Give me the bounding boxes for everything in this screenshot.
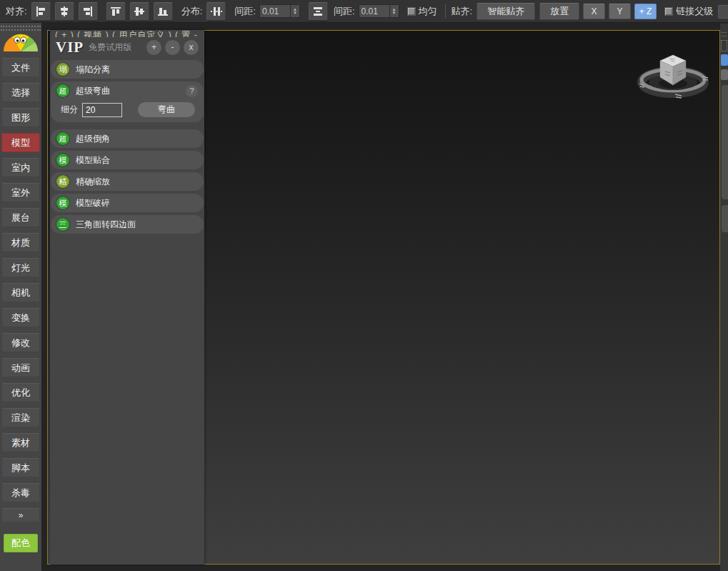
tool-badge: 精 <box>56 175 69 188</box>
spacing2-spinner: ▲▼ <box>359 4 399 18</box>
align-right-icon <box>82 6 94 17</box>
vip-logo: VIP <box>56 39 84 56</box>
smart-snap-button[interactable]: 智能贴齐 <box>477 3 535 20</box>
tool-badge: 模 <box>56 197 69 209</box>
tool-badge: 超 <box>56 84 69 97</box>
color-scheme-button[interactable]: 配色 <box>4 534 38 552</box>
sidebar-item-optimize[interactable]: 优化 <box>1 383 40 402</box>
snap-label: 贴齐: <box>452 5 473 18</box>
align-label: 对齐: <box>6 5 27 18</box>
spacing-adjust-button[interactable] <box>309 2 328 21</box>
tool-super-bend[interactable]: 超 超级弯曲 ? <box>51 81 204 100</box>
sidebar-drag-handle[interactable] <box>1 26 41 31</box>
align-middle-vertical-icon <box>134 6 145 17</box>
subdivision-input[interactable] <box>82 103 122 117</box>
panel-gray-button[interactable] <box>721 69 728 80</box>
help-icon[interactable]: ? <box>186 85 198 97</box>
sidebar-item-assets[interactable]: 素材 <box>1 433 40 452</box>
tool-tri-to-quad[interactable]: 三 三角面转四边面 <box>51 215 204 234</box>
sidebar-item-script[interactable]: 脚本 <box>1 458 40 477</box>
tool-badge: 塌 <box>56 63 69 76</box>
tool-model-fit[interactable]: 模 模型贴合 <box>51 151 204 169</box>
align-top-icon <box>110 6 121 17</box>
view-cube-compass-widget[interactable] <box>634 39 712 105</box>
sidebar-item-transform[interactable]: 变换 <box>1 308 40 327</box>
close-button[interactable]: x <box>184 40 199 55</box>
align-top-button[interactable] <box>106 2 126 21</box>
tool-label: 超级倒角 <box>76 133 110 145</box>
toolbar-partial-button[interactable] <box>718 5 728 19</box>
sidebar-item-camera[interactable]: 相机 <box>1 283 40 302</box>
super-bend-controls: 细分 弯曲 <box>51 100 204 117</box>
toolbar-separator <box>445 4 446 19</box>
axis-z-button[interactable]: + Z <box>634 4 657 19</box>
tool-precise-scale[interactable]: 精 精确缩放 <box>51 172 204 191</box>
panel-rollout-edge-2 <box>722 205 728 232</box>
tool-label: 超级弯曲 <box>76 85 110 97</box>
tool-label: 塌陷分离 <box>76 64 110 76</box>
tool-badge: 三 <box>56 218 69 231</box>
panel-dotted-box <box>721 40 727 51</box>
spacing-adjust-icon <box>312 6 324 17</box>
align-right-button[interactable] <box>79 2 98 21</box>
spacing2-spinner-arrows[interactable]: ▲▼ <box>390 4 399 18</box>
link-parent-label: 链接父级 <box>676 5 713 18</box>
panel-window-buttons: + - x <box>146 40 199 55</box>
sidebar-item-booth[interactable]: 展台 <box>1 208 40 227</box>
spacing1-input[interactable] <box>259 4 291 18</box>
command-panel-sliver <box>720 24 728 571</box>
panel-drag-handle[interactable] <box>722 32 727 36</box>
sidebar-item-exterior[interactable]: 室外 <box>1 183 40 202</box>
sidebar-item-material[interactable]: 材质 <box>1 233 40 252</box>
align-bottom-button[interactable] <box>154 2 173 21</box>
sidebar-item-file[interactable]: 文件 <box>1 58 40 77</box>
tool-badge: 超 <box>56 132 69 145</box>
sidebar-item-shape[interactable]: 图形 <box>1 108 40 127</box>
spacing2-input[interactable] <box>359 4 390 18</box>
distribute-horizontal-icon <box>211 6 222 17</box>
plugin-mascot-logo <box>3 34 39 52</box>
tool-label: 模型破碎 <box>76 197 110 209</box>
align-center-horizontal-icon <box>59 6 70 17</box>
minimize-button[interactable]: - <box>165 40 180 55</box>
subdivision-label: 细分 <box>61 104 78 116</box>
sidebar-item-select[interactable]: 选择 <box>1 83 40 102</box>
sidebar-item-antivirus[interactable]: 杀毒 <box>1 483 40 502</box>
tool-badge: 模 <box>56 154 69 167</box>
sidebar-item-modify[interactable]: 修改 <box>1 333 40 352</box>
panel-blue-button[interactable] <box>721 54 728 66</box>
tool-collapse-separate[interactable]: 塌 塌陷分离 <box>51 60 204 79</box>
axis-x-button[interactable]: X <box>583 4 605 19</box>
left-sidebar: 文件 选择 图形 模型 室内 室外 展台 材质 灯光 相机 变换 修改 动画 优… <box>0 23 41 571</box>
uniform-checkbox[interactable] <box>407 7 416 16</box>
axis-y-button[interactable]: Y <box>609 4 631 19</box>
place-button[interactable]: 放置 <box>539 3 579 20</box>
link-parent-checkbox[interactable] <box>664 7 673 16</box>
sidebar-item-animation[interactable]: 动画 <box>1 358 40 377</box>
panel-rollout-edge <box>722 85 728 199</box>
distribute-button[interactable] <box>206 2 226 21</box>
tool-label: 三角面转四边面 <box>76 219 136 231</box>
tool-label: 模型贴合 <box>76 154 110 167</box>
spacing1-spinner-arrows[interactable]: ▲▼ <box>291 4 300 18</box>
align-middle-vertical-button[interactable] <box>130 2 149 21</box>
tool-label: 精确缩放 <box>76 176 110 188</box>
expand-button[interactable]: + <box>146 40 161 55</box>
panel-header: VIP 免费试用版 + - x <box>51 37 204 57</box>
sidebar-item-light[interactable]: 灯光 <box>1 258 40 277</box>
align-center-horizontal-button[interactable] <box>55 2 74 21</box>
distribute-label: 分布: <box>181 5 203 18</box>
spacing1-spinner: ▲▼ <box>259 4 300 18</box>
tool-model-shatter[interactable]: 模 模型破碎 <box>51 194 204 212</box>
tool-super-chamfer[interactable]: 超 超级倒角 <box>51 129 204 148</box>
sidebar-item-more[interactable]: » <box>1 508 40 522</box>
align-bottom-icon <box>157 6 169 17</box>
top-toolbar: 对齐: 分布: 间距: ▲▼ 间距: ▲▼ 均匀 贴齐: 智能贴齐 放置 X Y… <box>0 0 728 23</box>
bend-button[interactable]: 弯曲 <box>138 102 195 117</box>
uniform-label: 均匀 <box>419 5 437 18</box>
sidebar-item-render[interactable]: 渲染 <box>1 408 40 427</box>
align-left-button[interactable] <box>31 2 51 21</box>
tool-super-bend-group: 超 超级弯曲 ? 细分 弯曲 <box>51 81 204 122</box>
sidebar-item-model[interactable]: 模型 <box>1 133 40 152</box>
sidebar-item-interior[interactable]: 室内 <box>1 158 40 177</box>
